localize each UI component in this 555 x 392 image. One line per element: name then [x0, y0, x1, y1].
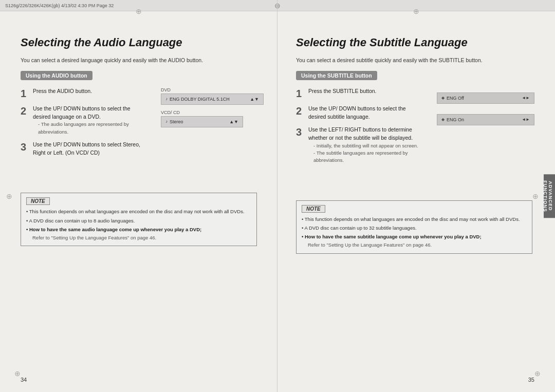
right-steps-left: 1 Press the SUBTITLE button. 2 Use the U…	[296, 87, 421, 170]
vcd-arrows: ▲▼	[229, 119, 238, 124]
bottom-crosshair-right: ⊕	[534, 369, 541, 378]
vcd-screen-text: Stereo	[170, 119, 183, 124]
vcd-display-area: VCD/ CD ♪ Stereo ▲▼	[161, 110, 258, 127]
right-step-3: 3 Use the LEFT/ RIGHT buttons to determi…	[296, 126, 421, 164]
subtitle-on-display: ◆ ENG On ◄►	[437, 114, 534, 125]
right-intro-text: You can select a desired subtitle quickl…	[296, 57, 534, 65]
left-steps-right: DVD ♪ ENG DOLBY DIGITAL 5.1CH ▲▼ VCD/ CD…	[151, 87, 258, 162]
right-note-item-3: • How to have the same subtitle language…	[302, 233, 527, 240]
step-1: 1 Press the AUDIO button.	[21, 87, 145, 100]
top-crosshair-left: ⊕	[136, 7, 142, 15]
right-step-1: 1 Press the SUBTITLE button.	[296, 87, 421, 100]
step-3-text: Use the UP/ DOWN buttons to select Stere…	[33, 141, 140, 156]
right-step-2-text: Use the UP/ DOWN buttons to select the d…	[308, 105, 406, 120]
subtitle-off-arrows: ◄►	[522, 96, 530, 100]
right-step-3-content: Use the LEFT/ RIGHT buttons to determine…	[308, 126, 421, 164]
right-step-2-number: 2	[296, 105, 305, 117]
right-steps-right: ◆ ENG Off ◄► ◆ ENG On ◄►	[427, 87, 534, 170]
dvd-icon: ♪	[165, 97, 168, 101]
left-note-item-4: Refer to "Setting Up the Language Featur…	[26, 234, 251, 241]
subtitle-off-text: ENG Off	[447, 96, 464, 101]
bottom-crosshair-left: ⊕	[14, 369, 21, 378]
left-note-item-1: • This function depends on what language…	[26, 208, 251, 215]
dvd-arrows: ▲▼	[250, 97, 259, 102]
right-note-item-1: • This function depends on what language…	[302, 216, 527, 223]
dvd-label: DVD	[161, 87, 258, 92]
subtitle-button-section-box: Using the SUBTITLE button	[296, 71, 377, 80]
right-step-2-content: Use the UP/ DOWN buttons to select the d…	[308, 105, 421, 121]
left-page-title: Selecting the Audio Language	[21, 36, 258, 49]
advanced-functions-tab: ADVANCEDFUNCTIONS	[544, 174, 555, 218]
right-step-1-text: Press the SUBTITLE button.	[308, 88, 376, 94]
right-note-item-4: Refer to "Setting Up the Language Featur…	[302, 241, 527, 249]
step-3-content: Use the UP/ DOWN buttons to select Stere…	[33, 141, 145, 157]
vcd-screen: ♪ Stereo ▲▼	[161, 116, 243, 127]
step-2: 2 Use the UP/ DOWN buttons to select the…	[21, 105, 145, 136]
left-steps-flex: 1 Press the AUDIO button. 2 Use the UP/ …	[21, 87, 258, 162]
mid-crosshair-right: ⊕	[532, 192, 539, 200]
step-1-number: 1	[21, 87, 30, 100]
page-container: S126g/226/326K/426K(gb) 4/13/02 4:30 PM …	[0, 0, 555, 392]
left-steps-left: 1 Press the AUDIO button. 2 Use the UP/ …	[21, 87, 145, 162]
right-step-1-content: Press the SUBTITLE button.	[308, 87, 421, 96]
right-page-title: Selecting the Subtitle Language	[296, 36, 534, 49]
subtitle-on-arrows: ◄►	[522, 117, 530, 122]
subtitle-on-screen: ◆ ENG On ◄►	[437, 114, 534, 125]
right-step-2: 2 Use the UP/ DOWN buttons to select the…	[296, 105, 421, 121]
vcd-label: VCD/ CD	[161, 110, 258, 115]
right-step-3-number: 3	[296, 126, 305, 138]
subtitle-on-text: ENG On	[447, 117, 464, 122]
mid-crosshair-left: ⊕	[6, 192, 12, 200]
right-step-3-note-1: - Initially, the subtitling will not app…	[308, 142, 421, 150]
dvd-display-area: DVD ♪ ENG DOLBY DIGITAL 5.1CH ▲▼	[161, 87, 258, 105]
step-1-content: Press the AUDIO button.	[33, 87, 145, 96]
left-note-item-3: • How to have the same audio language co…	[26, 226, 251, 233]
right-steps-flex: 1 Press the SUBTITLE button. 2 Use the U…	[296, 87, 534, 170]
left-page: ⊕ ⊕ ⊕ Selecting the Audio Language You c…	[0, 0, 278, 392]
right-step-3-note-2: - The subtitle languages are represented…	[308, 150, 421, 164]
left-note-box: NOTE • This function depends on what lan…	[21, 193, 257, 246]
step-2-text: Use the UP/ DOWN buttons to select the d…	[33, 105, 131, 120]
dvd-screen-text: ENG DOLBY DIGITAL 5.1CH	[170, 97, 230, 102]
advanced-functions-label: ADVANCEDFUNCTIONS	[543, 180, 553, 212]
right-page-number: 35	[528, 377, 534, 383]
right-step-3-text: Use the LEFT/ RIGHT buttons to determine…	[308, 126, 413, 141]
left-page-number: 34	[21, 377, 27, 383]
right-page: ⊕ ⊕ ⊕ ADVANCEDFUNCTIONS Selecting the Su…	[278, 0, 555, 392]
audio-button-section-box: Using the AUDIO button	[21, 71, 92, 80]
right-step-1-number: 1	[296, 87, 305, 100]
subtitle-on-icon: ◆	[441, 117, 445, 122]
step-3: 3 Use the UP/ DOWN buttons to select Ste…	[21, 141, 145, 157]
step-1-text: Press the AUDIO button.	[33, 88, 92, 94]
left-intro-text: You can select a desired language quickl…	[21, 57, 258, 65]
step-2-number: 2	[21, 105, 30, 117]
step-3-number: 3	[21, 141, 30, 153]
vcd-icon: ♪	[165, 119, 168, 124]
subtitle-off-icon: ◆	[441, 96, 445, 100]
left-note-item-2: • A DVD disc can contain up to 8 audio l…	[26, 217, 251, 225]
step-2-note: - The audio languages are represented by…	[33, 121, 145, 136]
step-2-content: Use the UP/ DOWN buttons to select the d…	[33, 105, 145, 136]
subtitle-off-screen: ◆ ENG Off ◄►	[437, 92, 534, 104]
top-crosshair-right: ⊕	[413, 7, 419, 15]
subtitle-off-display: ◆ ENG Off ◄►	[437, 92, 534, 104]
left-note-title: NOTE	[26, 197, 50, 205]
right-note-item-2: • A DVD disc can contain up to 32 subtit…	[302, 225, 527, 232]
right-note-box: NOTE • This function depends on what lan…	[296, 200, 532, 254]
right-note-title: NOTE	[302, 205, 325, 213]
dvd-screen: ♪ ENG DOLBY DIGITAL 5.1CH ▲▼	[161, 94, 264, 105]
